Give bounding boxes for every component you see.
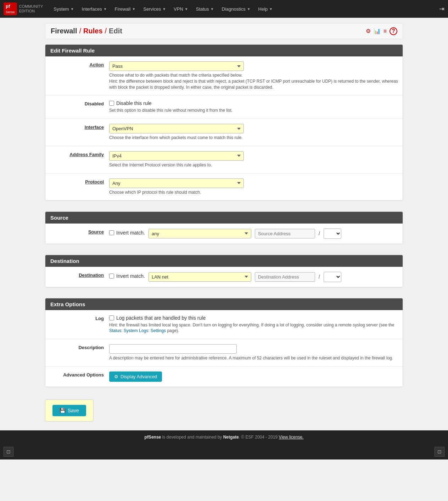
extra-options-panel: Extra Options Log Log packets that are h… <box>45 298 403 387</box>
nav-services[interactable]: Services ▼ <box>140 4 169 14</box>
source-panel-header: Source <box>45 212 403 224</box>
source-address-input[interactable] <box>255 229 315 238</box>
nav-firewall[interactable]: Firewall ▼ <box>111 4 139 14</box>
address-family-label[interactable]: Address Family <box>45 150 109 170</box>
interface-select[interactable]: OpenVPN LAN WAN <box>109 124 244 133</box>
source-row: Source Invert match. any Single host or … <box>45 224 403 244</box>
action-hint: Choose what to do with packets that matc… <box>109 72 399 90</box>
save-area-container: 💾 Save <box>45 398 403 422</box>
panel-header-edit: Edit Firewall Rule <box>45 45 403 56</box>
source-type-select[interactable]: any Single host or alias Network WAN sub… <box>149 229 251 238</box>
source-input-row: Invert match. any Single host or alias N… <box>109 229 399 239</box>
source-invert-checkbox[interactable] <box>109 230 114 235</box>
nav-help[interactable]: Help ▼ <box>255 4 276 14</box>
log-hint: Hint: the firewall has limited local log… <box>109 322 399 334</box>
destination-slash: / <box>319 274 320 280</box>
disabled-checkbox[interactable] <box>109 101 114 106</box>
destination-label[interactable]: Destination <box>45 270 109 283</box>
advanced-options-label: Advanced Options <box>45 370 109 383</box>
log-checkbox[interactable] <box>109 315 114 320</box>
source-label[interactable]: Source <box>45 227 109 240</box>
nav-help-arrow: ▼ <box>269 7 273 11</box>
nav-system[interactable]: System ▼ <box>50 4 77 14</box>
breadcrumb-firewall[interactable]: Firewall <box>51 27 77 35</box>
action-select[interactable]: Pass Block Reject <box>109 61 244 71</box>
navbar: pfSense COMMUNITYEDITION System ▼ Interf… <box>0 0 448 18</box>
address-family-hint: Select the Internet Protocol version thi… <box>109 162 399 168</box>
source-panel: Source Source Invert match. <box>45 211 403 244</box>
disabled-content: Disable this rule Set this option to dis… <box>109 99 403 115</box>
nav-system-arrow: ▼ <box>71 7 74 11</box>
breadcrumb-sep1: / <box>79 27 81 35</box>
nav-items: System ▼ Interfaces ▼ Firewall ▼ Service… <box>50 4 439 14</box>
interface-row: Interface OpenVPN LAN WAN Choose the int… <box>45 119 403 146</box>
panel-body-edit: Action Pass Block Reject Choose what to … <box>45 56 403 200</box>
brand[interactable]: pfSense COMMUNITYEDITION <box>4 2 43 15</box>
edit-firewall-rule-panel: Edit Firewall Rule Action Pass Block Rej… <box>45 44 403 201</box>
source-invert-label: Invert match. <box>116 230 145 236</box>
log-checkbox-label: Log packets that are handled by this rul… <box>116 315 206 321</box>
filter-icon[interactable]: ⚙ <box>366 28 371 34</box>
nav-firewall-arrow: ▼ <box>132 7 135 11</box>
footer: pfSense is developed and maintained by N… <box>0 430 448 444</box>
disabled-checkbox-label: Disable this rule <box>116 100 152 106</box>
list-icon[interactable]: ≡ <box>383 28 387 34</box>
breadcrumb: Firewall / Rules / Edit <box>51 27 122 35</box>
destination-invert-row: Invert match. <box>109 273 145 279</box>
source-slash: / <box>319 231 320 236</box>
description-content: A description may be entered here for ad… <box>109 343 403 363</box>
protocol-select[interactable]: Any TCP UDP TCP/UDP ICMP <box>109 178 244 188</box>
destination-row: Destination Invert match. any Single hos… <box>45 267 403 287</box>
description-hint: A description may be entered here for ad… <box>109 355 399 361</box>
nav-logout-icon[interactable]: ⇥ <box>439 5 444 13</box>
destination-panel-body: Destination Invert match. any Single hos… <box>45 267 403 287</box>
address-family-select[interactable]: IPv4 IPv6 IPv4+IPv6 <box>109 151 244 161</box>
footer-icons: ⊡ ⊡ <box>0 444 448 459</box>
destination-invert-label: Invert match. <box>116 273 145 279</box>
destination-address-input[interactable] <box>255 272 315 282</box>
chart-icon[interactable]: 📊 <box>374 28 381 34</box>
log-checkbox-row: Log packets that are handled by this rul… <box>109 315 399 321</box>
breadcrumb-rules[interactable]: Rules <box>83 27 102 35</box>
gear-icon: ⚙ <box>114 374 118 379</box>
help-icon[interactable]: ? <box>390 27 397 35</box>
address-family-content: IPv4 IPv6 IPv4+IPv6 Select the Internet … <box>109 150 403 170</box>
interface-hint: Choose the interface from which packets … <box>109 135 399 141</box>
save-button[interactable]: 💾 Save <box>52 405 86 416</box>
nav-vpn[interactable]: VPN ▼ <box>170 4 192 14</box>
save-icon: 💾 <box>60 408 66 413</box>
destination-invert-checkbox[interactable] <box>109 274 114 279</box>
footer-icon-right: ⊡ <box>435 447 444 457</box>
log-hint-link[interactable]: Status: System Logs: Settings <box>109 328 166 333</box>
nav-diagnostics-arrow: ▼ <box>247 7 251 11</box>
destination-type-select[interactable]: any Single host or alias Network WAN sub… <box>149 272 251 282</box>
description-input[interactable] <box>109 344 237 354</box>
protocol-hint: Choose which IP protocol this rule shoul… <box>109 189 399 196</box>
description-label: Description <box>45 343 109 363</box>
destination-cidr-select[interactable]: 8 16 24 32 <box>324 272 341 282</box>
nav-status-arrow: ▼ <box>211 7 214 11</box>
interface-label[interactable]: Interface <box>45 122 109 142</box>
destination-panel-header: Destination <box>45 255 403 267</box>
advanced-options-row: Advanced Options ⚙ Display Advanced <box>45 367 403 387</box>
protocol-row: Protocol Any TCP UDP TCP/UDP ICMP Choose… <box>45 174 403 200</box>
nav-diagnostics[interactable]: Diagnostics ▼ <box>218 4 254 14</box>
log-label: Log <box>45 314 109 336</box>
footer-license-link[interactable]: View license. <box>279 435 304 440</box>
footer-brand: pfSense <box>145 435 161 440</box>
destination-panel: Destination Destination Invert match. <box>45 255 403 287</box>
display-advanced-button[interactable]: ⚙ Display Advanced <box>109 371 162 382</box>
protocol-label[interactable]: Protocol <box>45 177 109 197</box>
footer-icon-left: ⊡ <box>4 447 13 457</box>
action-label[interactable]: Action <box>45 60 109 92</box>
main-form: Edit Firewall Rule Action Pass Block Rej… <box>45 44 403 422</box>
nav-status[interactable]: Status ▼ <box>192 4 218 14</box>
breadcrumb-edit: Edit <box>109 27 122 35</box>
breadcrumb-icons: ⚙ 📊 ≡ ? <box>366 27 397 35</box>
pfsense-logo: pfSense <box>4 2 17 15</box>
extra-options-header: Extra Options <box>45 298 403 310</box>
nav-interfaces[interactable]: Interfaces ▼ <box>78 4 111 14</box>
source-cidr-select[interactable]: 8 16 24 32 <box>324 229 341 239</box>
disabled-label: Disabled <box>45 99 109 115</box>
nav-services-arrow: ▼ <box>162 7 166 11</box>
